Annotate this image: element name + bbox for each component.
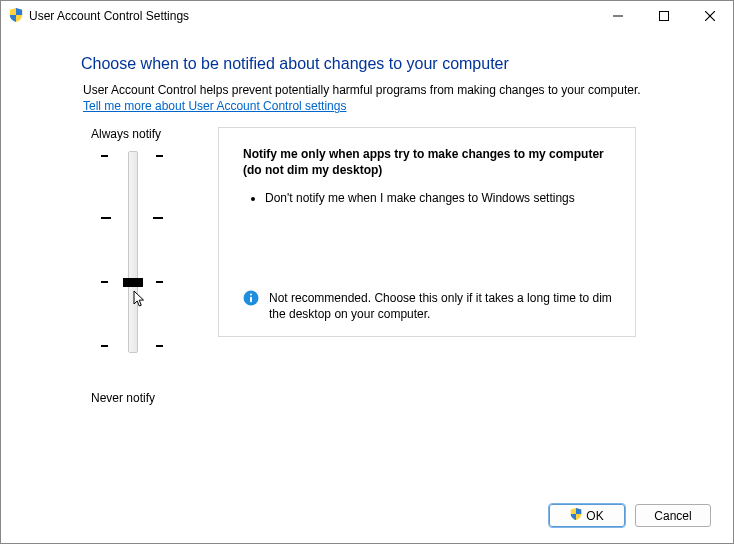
ok-button-label: OK (586, 509, 603, 523)
shield-icon (9, 8, 23, 25)
notification-level-slider[interactable] (101, 151, 188, 371)
svg-rect-1 (660, 12, 669, 21)
never-notify-label: Never notify (91, 391, 188, 405)
cancel-button[interactable]: Cancel (635, 504, 711, 527)
slider-tick-1 (101, 155, 163, 157)
maximize-button[interactable] (641, 1, 687, 31)
page-heading: Choose when to be notified about changes… (81, 55, 673, 73)
slider-thumb[interactable] (123, 278, 143, 287)
cancel-button-label: Cancel (654, 509, 691, 523)
learn-more-link[interactable]: Tell me more about User Account Control … (83, 99, 346, 113)
svg-rect-6 (250, 296, 252, 302)
info-icon (243, 290, 259, 309)
notification-description-box: Notify me only when apps try to make cha… (218, 127, 636, 337)
dialog-button-bar: OK Cancel (549, 504, 711, 527)
ok-button[interactable]: OK (549, 504, 625, 527)
window-title: User Account Control Settings (29, 9, 189, 23)
notification-level-title: Notify me only when apps try to make cha… (243, 146, 615, 178)
slider-track (128, 151, 138, 353)
shield-icon (570, 508, 582, 523)
slider-tick-4 (101, 345, 163, 347)
uac-settings-window: User Account Control Settings Choose whe… (0, 0, 734, 544)
slider-tick-2 (101, 217, 163, 219)
always-notify-label: Always notify (91, 127, 188, 141)
slider-column: Always notify Never notify (83, 127, 188, 405)
content-area: Choose when to be notified about changes… (1, 31, 733, 405)
recommendation-text: Not recommended. Choose this only if it … (269, 290, 615, 322)
titlebar: User Account Control Settings (1, 1, 733, 31)
close-button[interactable] (687, 1, 733, 31)
svg-rect-5 (250, 293, 252, 295)
page-description: User Account Control helps prevent poten… (83, 83, 673, 97)
notification-detail-item: Don't notify me when I make changes to W… (265, 190, 615, 206)
minimize-button[interactable] (595, 1, 641, 31)
